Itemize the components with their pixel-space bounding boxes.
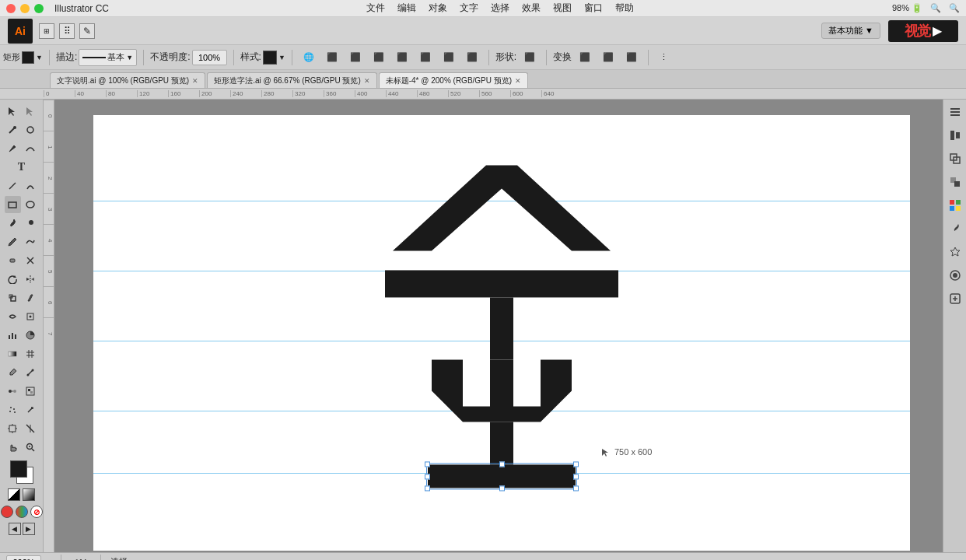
menu-object[interactable]: 对象 [429,2,447,15]
page-next-btn[interactable]: ▶ [85,557,91,560]
pie-graph-tool[interactable] [22,327,39,344]
properties-panel-btn[interactable] [946,103,964,121]
color-squares[interactable] [10,460,33,484]
symbols-panel-btn[interactable] [946,243,964,261]
minimize-button[interactable] [20,4,30,13]
align-panel-btn[interactable] [946,126,964,145]
prev-fill-icon[interactable]: ◀ [9,523,21,535]
reflect-tool[interactable] [22,271,39,288]
align-right-icon[interactable]: ⬛ [369,48,389,67]
gradient2-tool[interactable] [5,345,22,362]
artboard-tool[interactable] [5,420,22,437]
warp-tool[interactable] [5,308,22,325]
scale-tool[interactable] [5,289,22,306]
appearance-panel-btn[interactable] [946,266,964,285]
align-left-icon[interactable]: ⬛ [322,48,342,67]
menu-help[interactable]: 帮助 [615,2,634,15]
color-mode-icon[interactable] [1,506,13,518]
tab-0[interactable]: 文字说明.ai @ 100% (RGB/GPU 预览) ✕ [50,72,205,88]
transform-btn[interactable]: ⬛ [575,48,595,67]
more-btn[interactable]: ⋮ [655,48,673,67]
pathfinder-panel-btn[interactable] [946,173,964,191]
blend-tool[interactable] [5,383,22,400]
selection-tool[interactable] [5,103,22,120]
slice-tool[interactable] [22,420,39,437]
column-graph-tool[interactable] [5,327,22,344]
align-top-icon[interactable]: ⬛ [392,48,412,67]
transform-panel-btn[interactable] [946,149,964,168]
hand-tool[interactable] [5,439,22,456]
tab-1[interactable]: 矩形造字法.ai @ 66.67% (RGB/GPU 预览) ✕ [207,72,377,88]
globe-icon[interactable]: 🌐 [299,48,319,67]
line-tool[interactable] [5,177,22,194]
align-center-icon[interactable]: ⬛ [345,48,366,67]
search-icon[interactable]: 🔍 [949,3,960,13]
graphic-styles-panel-btn[interactable] [946,289,964,308]
grid-tool[interactable]: ⠿ [59,23,75,39]
arrange-tool[interactable]: ⊞ [39,23,54,39]
mesh-tool[interactable] [22,345,39,362]
blob-brush-tool[interactable] [22,215,39,232]
smooth-tool[interactable] [22,233,39,250]
distribute-icon[interactable]: ⬛ [462,48,482,67]
tab-close-1[interactable]: ✕ [364,77,370,85]
default-colors-icon[interactable] [23,488,35,501]
none-mode-icon[interactable]: ⊘ [30,506,43,518]
close-button[interactable] [6,4,16,13]
zoom-input[interactable] [6,555,41,561]
swap-colors-icon[interactable] [8,488,20,501]
type-tool[interactable]: T [5,159,39,176]
stroke-dropdown[interactable]: 基本 ▼ [79,49,137,66]
arc-tool[interactable] [22,177,39,194]
free-transform-tool[interactable] [22,308,39,325]
direct-select-tool[interactable] [22,103,39,120]
pen-tool[interactable] [5,140,22,157]
paintbrush-tool[interactable] [5,215,22,232]
symbol-shifter-tool[interactable] [22,401,39,418]
fill-swatch[interactable] [22,51,34,64]
menu-select[interactable]: 选择 [491,2,509,15]
symbol-sprayer-tool[interactable] [5,401,22,418]
fg-color[interactable] [10,460,27,478]
workspace-button[interactable]: 基本功能 ▼ [821,23,880,39]
opacity-input[interactable] [192,50,227,65]
pencil-tool2[interactable]: ✎ [79,23,95,39]
swatches-panel-btn[interactable] [946,196,964,215]
menu-edit[interactable]: 编辑 [397,2,416,15]
fill-dropdown-arrow[interactable]: ▼ [36,54,43,61]
measure-tool[interactable] [22,364,39,381]
eyedropper-tool[interactable] [5,364,22,381]
scissors-tool[interactable] [22,252,39,269]
next-fill-icon[interactable]: ▶ [23,523,35,535]
style-swatch[interactable] [263,51,277,65]
tab-close-2[interactable]: ✕ [515,77,521,85]
curvature-tool[interactable] [22,140,39,157]
tab-close-0[interactable]: ✕ [192,77,198,85]
rect-tool[interactable] [5,196,22,213]
live-paint-tool[interactable] [22,383,39,400]
menu-window[interactable]: 窗口 [584,2,603,15]
transform2-btn[interactable]: ⬛ [598,48,618,67]
gradient-mode-icon[interactable] [16,506,28,518]
menu-file[interactable]: 文件 [366,2,385,15]
menu-text[interactable]: 文字 [460,2,478,15]
brushes-panel-btn[interactable] [946,219,964,238]
ellipse-tool[interactable] [22,196,39,213]
zoom2-tool[interactable] [22,439,39,456]
tab-2[interactable]: 未标题-4* @ 200% (RGB/GPU 预览) ✕ [379,72,528,88]
rotate-tool[interactable] [5,271,22,288]
maximize-button[interactable] [34,4,44,13]
pencil2-tool[interactable] [5,233,22,250]
page-prev-btn[interactable]: ◀ [71,557,77,560]
align-middle-icon[interactable]: ⬛ [415,48,436,67]
transform3-btn[interactable]: ⬛ [621,48,642,67]
lasso-tool[interactable] [22,121,39,138]
shape-btn[interactable]: ⬛ [520,48,540,67]
align-bottom-icon[interactable]: ⬛ [439,48,459,67]
menu-view[interactable]: 视图 [553,2,572,15]
canvas-area[interactable]: 0 1 2 3 4 5 6 7 [44,100,943,552]
shear-tool[interactable] [22,289,39,306]
magic-wand-tool[interactable] [5,121,22,138]
menu-effect[interactable]: 效果 [522,2,541,15]
eraser-tool[interactable] [5,252,22,269]
